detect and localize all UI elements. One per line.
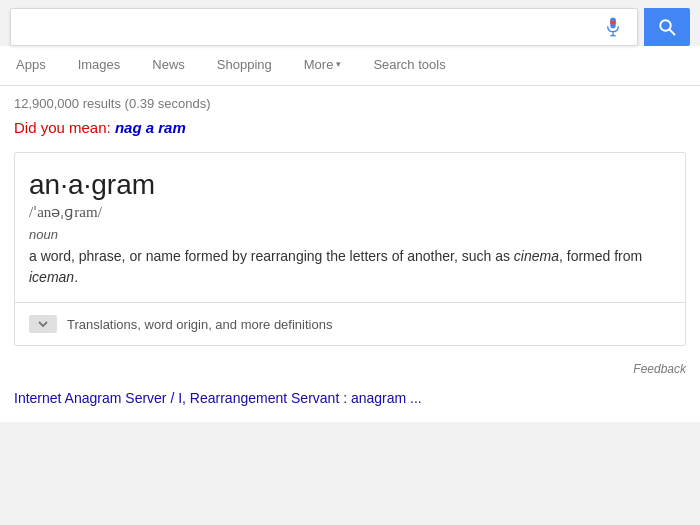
definition-end: . (74, 269, 78, 285)
tab-shopping[interactable]: Shopping (201, 46, 288, 86)
tab-more[interactable]: More ▾ (288, 46, 358, 86)
did-you-mean-link[interactable]: nag a ram (115, 119, 186, 136)
tab-apps[interactable]: Apps (0, 46, 62, 86)
main-content: 12,900,000 results (0.39 seconds) Did yo… (0, 86, 700, 422)
definition-text: a word, phrase, or name formed by rearra… (29, 248, 514, 264)
search-input-wrapper: anagram (10, 8, 638, 46)
search-bar-area: anagram (0, 0, 700, 46)
svg-line-6 (670, 30, 675, 35)
more-definitions-row[interactable]: Translations, word origin, and more defi… (15, 302, 685, 345)
dictionary-pronunciation: /ˈanəˌɡram/ (29, 203, 671, 221)
result-link[interactable]: Internet Anagram Server / I, Rearrangeme… (14, 390, 422, 406)
dictionary-card: an·a·gram /ˈanəˌɡram/ noun a word, phras… (14, 152, 686, 346)
dictionary-word: an·a·gram (29, 169, 671, 201)
tab-images[interactable]: Images (62, 46, 137, 86)
nav-tabs: Apps Images News Shopping More ▾ Search … (0, 46, 700, 86)
tab-search-tools[interactable]: Search tools (357, 46, 461, 86)
expand-icon (29, 315, 57, 333)
did-you-mean: Did you mean: nag a ram (14, 119, 686, 136)
dictionary-pos: noun (29, 227, 671, 242)
did-you-mean-prefix: Did you mean: (14, 119, 115, 136)
results-count: 12,900,000 results (0.39 seconds) (14, 96, 686, 111)
chevron-down-icon: ▾ (336, 59, 341, 69)
search-button[interactable] (644, 8, 690, 46)
more-definitions-text: Translations, word origin, and more defi… (67, 317, 332, 332)
definition-suffix: , formed from (559, 248, 642, 264)
tab-news[interactable]: News (136, 46, 201, 86)
microphone-icon[interactable] (601, 15, 625, 39)
svg-rect-2 (610, 18, 615, 21)
definition-example2: iceman (29, 269, 74, 285)
search-input[interactable]: anagram (19, 18, 601, 36)
dictionary-definition: a word, phrase, or name formed by rearra… (29, 246, 671, 288)
result-row: Internet Anagram Server / I, Rearrangeme… (14, 384, 686, 412)
definition-example: cinema (514, 248, 559, 264)
feedback-row: Feedback (14, 358, 686, 384)
feedback-label[interactable]: Feedback (633, 362, 686, 376)
